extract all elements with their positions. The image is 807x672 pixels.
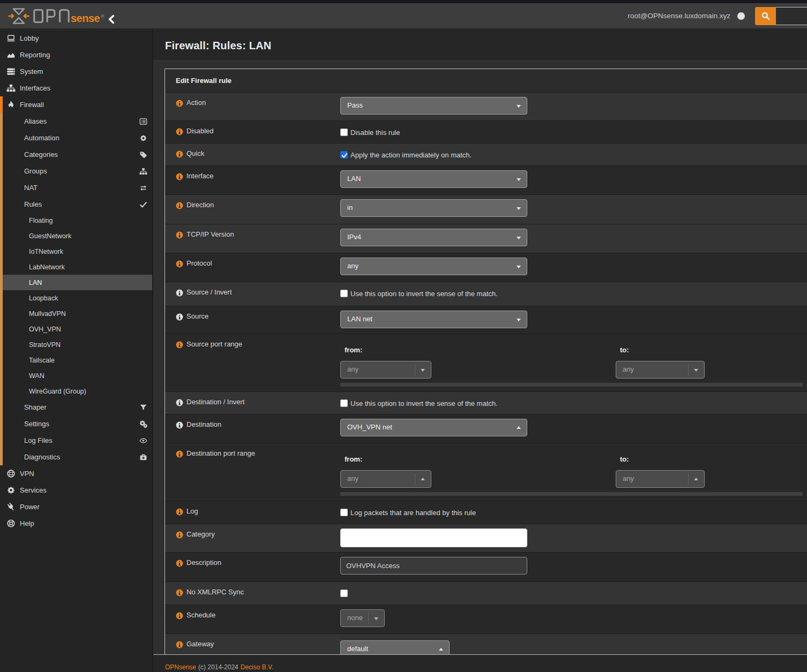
sidebar-item-system[interactable]: System	[0, 63, 152, 80]
header-right-cluster: root@OPNsense.luxdomain.xyz	[627, 3, 807, 28]
sidebar-item-right-icon-wrap	[139, 117, 147, 125]
source-port-range-label: Source port range	[186, 340, 242, 349]
panel-title: Edit Firewall rule	[165, 69, 807, 93]
source-port-range-scrollbar[interactable]	[340, 383, 803, 387]
sidebar-item-groups[interactable]: Groups	[0, 163, 152, 179]
protocol-select[interactable]: any	[340, 258, 527, 275]
sidebar-item-help[interactable]: Help	[0, 515, 152, 532]
destination-invert-label: Destination / Invert	[186, 398, 244, 406]
sidebar-item-icon-wrap	[6, 67, 16, 76]
info-icon	[176, 173, 183, 180]
no-xmlrpc-sync-checkbox[interactable]	[340, 590, 348, 597]
log-checkbox[interactable]	[340, 509, 348, 516]
source-port-range-from-select[interactable]: any	[340, 361, 431, 379]
sidebar-item-shaper[interactable]: Shaper	[0, 399, 152, 416]
form-row-protocol: Protocolany	[165, 253, 807, 282]
gateway-select[interactable]: default	[340, 640, 450, 654]
source-invert-checkbox[interactable]	[340, 290, 348, 297]
info-icon	[176, 641, 183, 648]
sidebar-item-rules-wireguard-group[interactable]: WireGuard (Group)	[0, 383, 152, 399]
source-select[interactable]: LAN net	[340, 311, 527, 328]
sidebar-item-categories[interactable]: Categories	[0, 146, 152, 163]
plug-icon	[6, 502, 16, 511]
sidebar-item-rules-mullvadvpn[interactable]: MullvadVPN	[0, 306, 152, 321]
logged-in-user[interactable]: root@OPNsense.luxdomain.xyz	[627, 12, 730, 20]
sidebar-item-rules-guestnetwork[interactable]: GuestNetwork	[0, 228, 152, 244]
info-icon	[176, 612, 183, 620]
sidebar-item-interfaces[interactable]: Interfaces	[0, 80, 152, 96]
caret-up-icon	[517, 426, 521, 429]
sidebar-item-rules-floating[interactable]: Floating	[0, 213, 152, 228]
sidebar-item-services[interactable]: Services	[0, 482, 152, 499]
disabled-label: Disabled	[186, 127, 214, 135]
search-button[interactable]	[755, 7, 776, 25]
destination-invert-checkbox[interactable]	[340, 399, 348, 407]
source-port-range-to-select[interactable]: any	[616, 361, 705, 379]
footer-opnsense-link[interactable]: OPNsense	[165, 663, 196, 671]
sidebar-item-rules-iotnetwork[interactable]: IoTNetwork	[0, 244, 152, 259]
sidebar-item-settings[interactable]: Settings	[0, 416, 152, 432]
interface-select[interactable]: LAN	[340, 170, 527, 188]
form-row-destination-port-range: Destination port rangefrom:anyto:any	[165, 443, 807, 501]
sidebar-item-right-icon-wrap	[139, 167, 147, 175]
form-value-cell: Pass	[340, 93, 807, 120]
sidebar-item-rules-tailscale[interactable]: Tailscale	[0, 352, 152, 368]
sidebar-item-rules-wan[interactable]: WAN	[0, 368, 152, 383]
sidebar-item-automation[interactable]: Automation	[0, 130, 152, 146]
search-input[interactable]	[776, 7, 807, 25]
sidebar-item-diagnostics[interactable]: Diagnostics	[0, 449, 152, 465]
sidebar-item-nat[interactable]: NAT	[0, 179, 152, 196]
sidebar-item-right-icon-wrap	[139, 200, 147, 208]
tag-icon	[139, 150, 147, 158]
destination-select[interactable]: OVH_VPN net	[340, 419, 527, 436]
form-row-no-xmlrpc-sync: No XMLRPC Sync	[165, 582, 807, 605]
sidebar-item-reporting[interactable]: Reporting	[0, 47, 152, 63]
sidebar-item-vpn[interactable]: VPN	[0, 465, 152, 482]
brand-logo[interactable]: sense®	[8, 5, 104, 27]
sidebar-item-rules-lan[interactable]: LAN	[0, 275, 152, 290]
checkbox-group: Use this option to invert the sense of t…	[340, 396, 803, 408]
info-icon	[176, 100, 183, 107]
action-select[interactable]: Pass	[340, 97, 527, 115]
sidebar-item-aliases[interactable]: Aliases	[0, 113, 152, 130]
direction-select[interactable]: in	[340, 199, 527, 217]
sidebar-item-rules-stratovpn[interactable]: StratoVPN	[0, 337, 152, 352]
sidebar-item-rules-ovh-vpn[interactable]: OVH_VPN	[0, 321, 152, 337]
form-row-action: ActionPass	[165, 93, 807, 120]
form-row-log: LogLog packets that are handled by this …	[165, 501, 807, 524]
category-input[interactable]	[340, 528, 527, 547]
disabled-checkbox[interactable]	[340, 129, 348, 136]
sidebar-item-log-files[interactable]: Log Files	[0, 432, 152, 449]
destination-invert-checkbox-label: Use this option to invert the sense of t…	[350, 399, 498, 408]
destination-port-range-from-select[interactable]: any	[340, 470, 431, 488]
globe-icon	[6, 469, 16, 478]
sidebar-item-power[interactable]: Power	[0, 499, 152, 515]
description-input[interactable]	[340, 557, 527, 575]
interface-label: Interface	[186, 172, 214, 180]
description-label: Description	[186, 558, 221, 567]
destination-port-range-to-select[interactable]: any	[616, 470, 705, 488]
brand-opn-letters	[33, 8, 70, 24]
list-alt-icon	[139, 117, 147, 125]
sidebar-item-lobby[interactable]: Lobby	[0, 30, 152, 47]
server-icon	[6, 67, 16, 76]
caret-down-icon	[517, 266, 521, 268]
caret-down-icon	[517, 207, 521, 210]
sitemap-icon	[139, 167, 147, 175]
sidebar-item-firewall[interactable]: Firewall	[0, 96, 152, 113]
tcp-ip-version-label: TCP/IP Version	[186, 230, 234, 239]
sidebar-collapse-button[interactable]	[105, 13, 117, 25]
sidebar-item-rules[interactable]: Rules	[0, 196, 152, 213]
sidebar-item-icon-wrap	[6, 34, 16, 43]
destination-port-range-scrollbar[interactable]	[340, 492, 803, 496]
sidebar-item-rules-loopback[interactable]: Loopback	[0, 290, 152, 306]
footer-deciso-link[interactable]: Deciso B.V.	[241, 663, 274, 671]
caret-up-icon	[421, 478, 425, 480]
sidebar-item-rules-labnetwork[interactable]: LabNetwork	[0, 259, 152, 275]
quick-checkbox[interactable]	[340, 151, 348, 158]
schedule-select[interactable]: none	[340, 609, 385, 627]
info-icon	[176, 313, 183, 321]
form-row-destination-invert: Destination / InvertUse this option to i…	[165, 391, 807, 414]
form-row-tcp-ip-version: TCP/IP VersionIPv4	[165, 224, 807, 253]
tcp-ip-version-select[interactable]: IPv4	[340, 229, 527, 246]
